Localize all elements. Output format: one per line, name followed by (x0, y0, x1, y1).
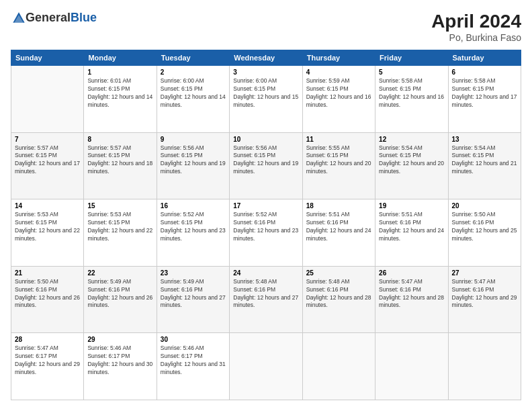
day-number: 20 (452, 202, 517, 210)
day-info: Sunrise: 5:51 AMSunset: 6:16 PMDaylight:… (379, 211, 444, 243)
logo-icon (12, 11, 26, 25)
day-number: 21 (15, 269, 80, 277)
day-info: Sunrise: 5:57 AMSunset: 6:15 PMDaylight:… (87, 144, 152, 177)
day-info: Sunrise: 5:46 AMSunset: 6:17 PMDaylight:… (161, 345, 226, 377)
calendar-week-row: 28Sunrise: 5:47 AMSunset: 6:17 PMDayligh… (11, 333, 521, 400)
table-row: 1Sunrise: 6:01 AMSunset: 6:15 PMDaylight… (84, 66, 157, 133)
day-info: Sunrise: 5:57 AMSunset: 6:15 PMDaylight:… (15, 144, 80, 177)
day-number: 19 (379, 202, 444, 210)
table-row: 11Sunrise: 5:55 AMSunset: 6:15 PMDayligh… (302, 132, 375, 199)
calendar-week-row: 21Sunrise: 5:50 AMSunset: 6:16 PMDayligh… (11, 266, 521, 333)
day-number: 8 (87, 136, 152, 143)
day-number: 22 (87, 269, 152, 277)
header-friday: Friday (375, 50, 448, 66)
table-row: 24Sunrise: 5:48 AMSunset: 6:16 PMDayligh… (230, 266, 302, 333)
day-info: Sunrise: 5:54 AMSunset: 6:15 PMDaylight:… (379, 144, 444, 177)
table-row: 19Sunrise: 5:51 AMSunset: 6:16 PMDayligh… (375, 199, 448, 267)
day-number: 12 (379, 136, 444, 143)
table-row: 25Sunrise: 5:48 AMSunset: 6:16 PMDayligh… (302, 266, 375, 333)
header-wednesday: Wednesday (230, 50, 302, 66)
header-monday: Monday (84, 50, 157, 66)
table-row: 3Sunrise: 6:00 AMSunset: 6:15 PMDaylight… (230, 66, 302, 133)
day-info: Sunrise: 5:52 AMSunset: 6:15 PMDaylight:… (161, 211, 226, 243)
day-number: 4 (306, 68, 371, 76)
day-number: 10 (233, 136, 298, 143)
day-number: 7 (15, 136, 80, 143)
day-number: 27 (452, 269, 517, 277)
day-number: 13 (452, 136, 517, 143)
table-row: 7Sunrise: 5:57 AMSunset: 6:15 PMDaylight… (11, 132, 84, 199)
header-saturday: Saturday (448, 50, 521, 66)
day-info: Sunrise: 5:49 AMSunset: 6:16 PMDaylight:… (87, 278, 152, 310)
page: GeneralBlue April 2024 Po, Burkina Faso … (0, 0, 532, 411)
table-row (375, 333, 448, 400)
table-row: 16Sunrise: 5:52 AMSunset: 6:15 PMDayligh… (157, 199, 229, 267)
location-title: Po, Burkina Faso (431, 32, 521, 43)
day-info: Sunrise: 5:54 AMSunset: 6:15 PMDaylight:… (452, 144, 517, 177)
table-row (230, 333, 302, 400)
table-row: 26Sunrise: 5:47 AMSunset: 6:16 PMDayligh… (375, 266, 448, 333)
day-number: 9 (161, 136, 226, 143)
table-row: 10Sunrise: 5:56 AMSunset: 6:15 PMDayligh… (230, 132, 302, 199)
table-row: 22Sunrise: 5:49 AMSunset: 6:16 PMDayligh… (84, 266, 157, 333)
day-number: 18 (306, 202, 371, 210)
table-row (448, 333, 521, 400)
table-row: 28Sunrise: 5:47 AMSunset: 6:17 PMDayligh… (11, 333, 84, 400)
table-row: 18Sunrise: 5:51 AMSunset: 6:16 PMDayligh… (302, 199, 375, 267)
day-info: Sunrise: 5:50 AMSunset: 6:16 PMDaylight:… (452, 211, 517, 243)
table-row: 23Sunrise: 5:49 AMSunset: 6:16 PMDayligh… (157, 266, 229, 333)
table-row: 21Sunrise: 5:50 AMSunset: 6:16 PMDayligh… (11, 266, 84, 333)
table-row: 6Sunrise: 5:58 AMSunset: 6:15 PMDaylight… (448, 66, 521, 133)
table-row: 9Sunrise: 5:56 AMSunset: 6:15 PMDaylight… (157, 132, 229, 199)
month-title: April 2024 (431, 11, 521, 32)
day-info: Sunrise: 5:56 AMSunset: 6:15 PMDaylight:… (161, 144, 226, 177)
table-row: 12Sunrise: 5:54 AMSunset: 6:15 PMDayligh… (375, 132, 448, 199)
day-info: Sunrise: 5:56 AMSunset: 6:15 PMDaylight:… (233, 144, 298, 177)
day-info: Sunrise: 5:58 AMSunset: 6:15 PMDaylight:… (379, 77, 444, 109)
day-number: 15 (87, 202, 152, 210)
table-row: 30Sunrise: 5:46 AMSunset: 6:17 PMDayligh… (157, 333, 229, 400)
table-row: 20Sunrise: 5:50 AMSunset: 6:16 PMDayligh… (448, 199, 521, 267)
calendar-week-row: 14Sunrise: 5:53 AMSunset: 6:15 PMDayligh… (11, 199, 521, 267)
day-number: 28 (15, 336, 80, 343)
table-row: 2Sunrise: 6:00 AMSunset: 6:15 PMDaylight… (157, 66, 229, 133)
day-number: 3 (233, 68, 298, 76)
day-number: 5 (379, 68, 444, 76)
day-info: Sunrise: 5:52 AMSunset: 6:16 PMDaylight:… (233, 211, 298, 243)
day-number: 29 (87, 336, 152, 343)
day-info: Sunrise: 6:00 AMSunset: 6:15 PMDaylight:… (233, 77, 298, 109)
day-number: 17 (233, 202, 298, 210)
day-number: 6 (452, 68, 517, 76)
calendar-table: Sunday Monday Tuesday Wednesday Thursday… (11, 50, 521, 400)
header-tuesday: Tuesday (157, 50, 229, 66)
logo: GeneralBlue (11, 11, 97, 25)
logo-blue: Blue (71, 11, 97, 25)
table-row: 14Sunrise: 5:53 AMSunset: 6:15 PMDayligh… (11, 199, 84, 267)
day-info: Sunrise: 5:48 AMSunset: 6:16 PMDaylight:… (306, 278, 371, 310)
day-info: Sunrise: 5:50 AMSunset: 6:16 PMDaylight:… (15, 278, 80, 310)
day-info: Sunrise: 5:51 AMSunset: 6:16 PMDaylight:… (306, 211, 371, 243)
header-thursday: Thursday (302, 50, 375, 66)
day-info: Sunrise: 5:49 AMSunset: 6:16 PMDaylight:… (161, 278, 226, 310)
day-info: Sunrise: 5:53 AMSunset: 6:15 PMDaylight:… (87, 211, 152, 243)
calendar-week-row: 7Sunrise: 5:57 AMSunset: 6:15 PMDaylight… (11, 132, 521, 199)
table-row: 27Sunrise: 5:47 AMSunset: 6:16 PMDayligh… (448, 266, 521, 333)
header: GeneralBlue April 2024 Po, Burkina Faso (11, 11, 521, 43)
day-info: Sunrise: 5:59 AMSunset: 6:15 PMDaylight:… (306, 77, 371, 109)
day-number: 1 (87, 68, 152, 76)
day-info: Sunrise: 6:01 AMSunset: 6:15 PMDaylight:… (87, 77, 152, 109)
table-row: 4Sunrise: 5:59 AMSunset: 6:15 PMDaylight… (302, 66, 375, 133)
table-row: 17Sunrise: 5:52 AMSunset: 6:16 PMDayligh… (230, 199, 302, 267)
header-sunday: Sunday (11, 50, 84, 66)
calendar-header-row: Sunday Monday Tuesday Wednesday Thursday… (11, 50, 521, 66)
day-number: 25 (306, 269, 371, 277)
logo-general: General (26, 11, 71, 25)
table-row: 5Sunrise: 5:58 AMSunset: 6:15 PMDaylight… (375, 66, 448, 133)
day-number: 30 (161, 336, 226, 343)
day-info: Sunrise: 5:46 AMSunset: 6:17 PMDaylight:… (87, 345, 152, 377)
day-info: Sunrise: 5:47 AMSunset: 6:16 PMDaylight:… (452, 278, 517, 310)
title-block: April 2024 Po, Burkina Faso (431, 11, 521, 43)
table-row (11, 66, 84, 133)
day-info: Sunrise: 5:47 AMSunset: 6:16 PMDaylight:… (379, 278, 444, 310)
day-number: 23 (161, 269, 226, 277)
